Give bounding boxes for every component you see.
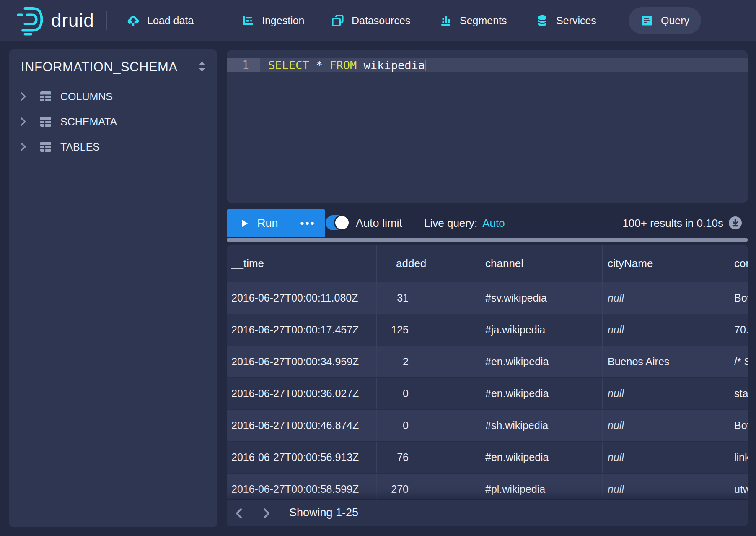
nav-item-ingestion[interactable]: Ingestion (241, 0, 304, 41)
navbar: druid Load dataIngestionDatasourcesSegme… (0, 0, 756, 41)
nav-item-label: Query (661, 15, 689, 27)
sql-token-keyword: FROM (329, 59, 357, 72)
editor-results-splitter[interactable] (227, 238, 748, 242)
cell-channel[interactable]: #sh.wikipedia (476, 410, 603, 441)
editor-active-line[interactable]: 1 SELECT * FROM wikipedia (227, 58, 748, 72)
table-row: 2016-06-27T00:00:46.874Z0#sh.wikipedianu… (227, 410, 748, 442)
cell-comment[interactable]: /* S (729, 346, 748, 377)
cell-cityName[interactable]: null (603, 378, 729, 409)
run-more-button[interactable]: ••• (290, 209, 325, 237)
cell-channel[interactable]: #ja.wikipedia (476, 314, 603, 346)
cell-time[interactable]: 2016-06-27T00:00:11.080Z (227, 282, 377, 314)
druid-logo-icon (17, 5, 45, 36)
column-header-added[interactable]: added (377, 245, 476, 282)
cell-added[interactable]: 2 (377, 346, 476, 377)
showing-label: Showing 1-25 (289, 500, 358, 526)
schema-title: INFORMATION_SCHEMA (21, 60, 178, 75)
chevron-right-icon[interactable] (18, 142, 28, 151)
cell-time[interactable]: 2016-06-27T00:00:17.457Z (227, 314, 377, 346)
cell-cityName[interactable]: null (603, 442, 729, 473)
services-icon (536, 14, 549, 27)
tree-item-label: COLUMNS (60, 91, 113, 103)
cell-comment[interactable]: Bot (729, 282, 748, 314)
navbar-divider (106, 11, 107, 30)
download-icon[interactable] (729, 216, 742, 229)
cell-added[interactable]: 125 (377, 314, 476, 346)
text-cursor (425, 60, 426, 71)
line-number: 1 (227, 58, 260, 72)
sql-token-keyword: SELECT (268, 59, 309, 72)
nav-item-query[interactable]: Query (629, 7, 701, 34)
table-icon (39, 141, 52, 153)
nav-item-services[interactable]: Services (536, 0, 596, 41)
table-row: 2016-06-27T00:00:17.457Z125#ja.wikipedia… (227, 314, 748, 346)
segments-icon (439, 14, 453, 27)
live-query-value[interactable]: Auto (482, 217, 505, 230)
cell-cityName[interactable]: null (603, 282, 729, 314)
column-header-comment[interactable]: comment (729, 245, 748, 282)
schema-sidebar: INFORMATION_SCHEMA COLUMNSSCHEMATATABLES (9, 49, 217, 527)
results-header-row: __timeaddedchannelcityNamecomment (227, 245, 748, 282)
results-pagination: Showing 1-25 (227, 499, 748, 526)
sql-token-plain: * (309, 59, 330, 72)
cell-comment[interactable]: stat (729, 378, 748, 409)
table-icon (39, 90, 52, 103)
cell-cityName[interactable]: null (603, 410, 729, 441)
run-button-label: Run (257, 217, 278, 230)
nav-item-datasources[interactable]: Datasources (331, 0, 410, 41)
chevron-left-icon[interactable] (232, 506, 246, 520)
table-row: 2016-06-27T00:00:56.913Z76#en.wikipedian… (227, 442, 748, 474)
cell-comment[interactable]: 70. (729, 314, 748, 346)
ingestion-icon (241, 14, 255, 27)
table-row: 2016-06-27T00:00:11.080Z31#sv.wikipedian… (227, 282, 748, 314)
table-row: 2016-06-27T00:00:36.027Z0#en.wikipedianu… (227, 378, 748, 410)
chevron-right-icon[interactable] (259, 506, 273, 520)
druid-brand[interactable]: druid (17, 0, 94, 41)
sql-editor[interactable]: 1 SELECT * FROM wikipedia (227, 50, 748, 203)
toggle-knob (335, 216, 349, 229)
cell-cityName[interactable]: Buenos Aires (603, 346, 729, 377)
live-query: Live query: Auto (424, 209, 505, 237)
sidebar-item-schemata[interactable]: SCHEMATA (17, 111, 117, 133)
nav-item-label: Ingestion (262, 15, 304, 27)
sql-text[interactable]: SELECT * FROM wikipedia (260, 59, 426, 72)
column-header-cityName[interactable]: cityName (603, 245, 729, 282)
cell-channel[interactable]: #sv.wikipedia (476, 282, 603, 314)
column-header-time[interactable]: __time (227, 245, 377, 282)
cell-channel[interactable]: #en.wikipedia (476, 378, 603, 409)
cell-time[interactable]: 2016-06-27T00:00:36.027Z (227, 378, 377, 409)
double-caret-vertical-icon[interactable] (197, 61, 207, 73)
run-button[interactable]: Run (227, 209, 290, 237)
results-table: __timeaddedchannelcityNamecomment 2016-0… (227, 245, 748, 526)
cell-added[interactable]: 76 (377, 442, 476, 473)
cell-channel[interactable]: #en.wikipedia (476, 442, 603, 473)
auto-limit-toggle[interactable] (326, 215, 349, 230)
results-summary: 100+ results in 0.10s (622, 209, 723, 237)
nav-item-load-data[interactable]: Load data (127, 0, 194, 41)
cell-time[interactable]: 2016-06-27T00:00:46.874Z (227, 410, 377, 441)
auto-limit-label: Auto limit (356, 209, 402, 237)
sidebar-item-columns[interactable]: COLUMNS (17, 86, 113, 107)
cell-cityName[interactable]: null (603, 314, 729, 346)
table-row: 2016-06-27T00:00:34.959Z2#en.wikipediaBu… (227, 346, 748, 378)
cell-added[interactable]: 0 (377, 410, 476, 441)
column-header-channel[interactable]: channel (476, 245, 603, 282)
datasources-icon (331, 14, 344, 27)
chevron-right-icon[interactable] (18, 92, 28, 101)
cell-channel[interactable]: #en.wikipedia (476, 346, 603, 377)
cell-added[interactable]: 31 (377, 282, 476, 314)
query-icon (640, 14, 654, 27)
cell-comment[interactable]: link (729, 442, 748, 473)
nav-item-segments[interactable]: Segments (439, 0, 507, 41)
cell-comment[interactable]: Bot (729, 410, 748, 441)
chevron-right-icon[interactable] (18, 117, 28, 126)
cell-added[interactable]: 0 (377, 378, 476, 409)
cell-time[interactable]: 2016-06-27T00:00:56.913Z (227, 442, 377, 473)
nav-item-label: Services (556, 15, 596, 27)
live-query-label: Live query: (424, 217, 477, 230)
nav-item-label: Datasources (352, 15, 410, 27)
sql-token-plain: wikipedia (357, 59, 425, 72)
sidebar-item-tables[interactable]: TABLES (17, 136, 100, 158)
cell-time[interactable]: 2016-06-27T00:00:34.959Z (227, 346, 377, 377)
nav-item-label: Segments (460, 15, 507, 27)
